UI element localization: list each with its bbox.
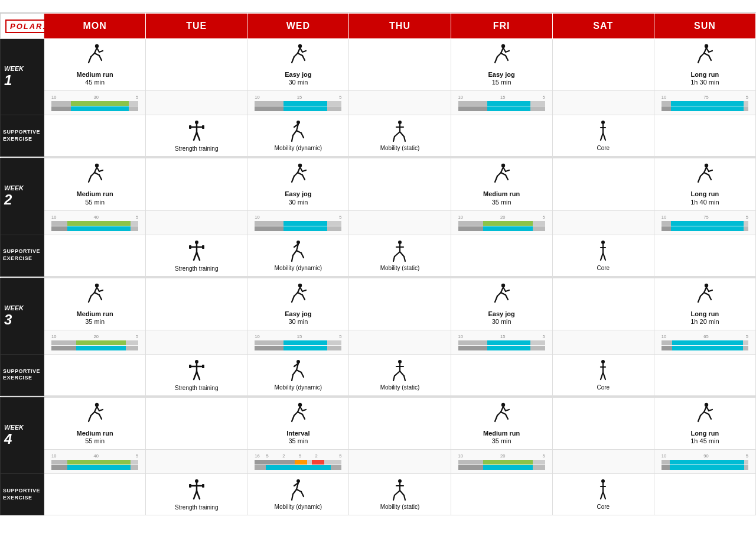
hr-cell-sat bbox=[552, 210, 654, 235]
run-cell-thu-empty bbox=[349, 39, 451, 91]
header bbox=[0, 0, 756, 13]
run-duration: 55 min bbox=[47, 199, 143, 206]
run-cell-tue-empty bbox=[146, 397, 247, 449]
svg-line-178 bbox=[94, 412, 99, 414]
support-cell-empty bbox=[451, 474, 552, 515]
svg-line-49 bbox=[400, 132, 404, 137]
run-duration: 55 min bbox=[47, 437, 143, 444]
svg-rect-94 bbox=[202, 245, 204, 249]
svg-line-196 bbox=[503, 407, 506, 411]
svg-line-133 bbox=[501, 287, 503, 293]
svg-line-202 bbox=[704, 412, 709, 414]
run-cell-sun: Long run 1h 20 min bbox=[654, 278, 755, 330]
svg-line-184 bbox=[294, 412, 298, 415]
strength-icon bbox=[188, 135, 206, 145]
support-cell-empty bbox=[654, 474, 755, 515]
svg-line-14 bbox=[300, 48, 302, 52]
support-label: Core bbox=[556, 265, 650, 271]
svg-line-217 bbox=[301, 492, 304, 496]
svg-line-13 bbox=[302, 56, 305, 60]
svg-line-22 bbox=[503, 48, 506, 52]
run-label: Easy jog bbox=[250, 310, 346, 318]
run-cell-mon: Medium run 35 min bbox=[44, 278, 146, 330]
hr-cell-tue bbox=[146, 330, 247, 354]
svg-line-17 bbox=[501, 48, 503, 53]
svg-line-57 bbox=[603, 133, 605, 140]
svg-line-78 bbox=[501, 173, 506, 175]
svg-rect-152 bbox=[202, 365, 204, 368]
support-cell-empty bbox=[451, 235, 552, 276]
svg-line-117 bbox=[94, 287, 97, 293]
svg-line-11 bbox=[292, 57, 294, 63]
svg-line-146 bbox=[706, 287, 709, 291]
runner-icon bbox=[47, 402, 143, 428]
runner-icon bbox=[454, 283, 550, 309]
svg-line-28 bbox=[704, 53, 709, 56]
hr-cell-thu bbox=[349, 450, 451, 474]
week-4-run-row: WEEK 4 Medium run 55 min Interval 35 min bbox=[1, 397, 756, 449]
svg-rect-35 bbox=[189, 125, 191, 129]
mobility-dynamic-icon bbox=[289, 134, 307, 144]
svg-line-127 bbox=[292, 296, 294, 302]
hr-cell-sat bbox=[552, 450, 654, 474]
svg-line-1 bbox=[94, 48, 97, 53]
svg-line-223 bbox=[400, 491, 404, 495]
run-duration: 30 min bbox=[454, 318, 550, 325]
svg-line-61 bbox=[89, 176, 91, 182]
run-label: Long run bbox=[657, 310, 753, 318]
col-wed: WED bbox=[247, 14, 349, 39]
svg-line-10 bbox=[294, 53, 298, 57]
hr-cell-sun: 10655 bbox=[654, 330, 755, 354]
week-label: WEEK 2 bbox=[1, 158, 44, 235]
run-cell-thu-empty bbox=[349, 397, 451, 449]
hr-cell-mon: 10205 bbox=[44, 330, 146, 354]
svg-line-41 bbox=[293, 131, 296, 135]
svg-line-120 bbox=[94, 293, 99, 295]
svg-line-107 bbox=[400, 252, 404, 256]
hr-cell-thu bbox=[349, 91, 451, 115]
run-duration: 35 min bbox=[47, 318, 143, 325]
support-label: Mobility (static) bbox=[353, 504, 447, 510]
svg-line-3 bbox=[89, 57, 91, 63]
hr-cell-tue bbox=[146, 450, 247, 474]
svg-line-193 bbox=[495, 415, 497, 421]
svg-line-80 bbox=[503, 167, 506, 171]
core-icon bbox=[596, 134, 610, 144]
svg-line-137 bbox=[506, 295, 508, 300]
svg-line-63 bbox=[99, 175, 102, 180]
svg-line-15 bbox=[302, 51, 306, 52]
run-cell-fri: Medium run 35 min bbox=[451, 397, 552, 449]
svg-line-81 bbox=[506, 170, 509, 171]
svg-line-141 bbox=[704, 287, 706, 293]
runner-icon bbox=[454, 44, 550, 69]
hr-cell-mon: 10405 bbox=[44, 450, 146, 474]
svg-line-172 bbox=[601, 372, 603, 379]
svg-line-88 bbox=[706, 167, 709, 171]
run-label: Easy jog bbox=[454, 70, 550, 79]
svg-line-84 bbox=[700, 173, 704, 176]
runner-icon bbox=[250, 44, 346, 69]
run-cell-wed: Interval 35 min bbox=[247, 397, 349, 449]
svg-line-173 bbox=[603, 372, 605, 379]
svg-line-89 bbox=[709, 170, 712, 171]
support-cell: Mobility (dynamic) bbox=[247, 115, 349, 157]
svg-line-69 bbox=[292, 176, 294, 182]
svg-line-62 bbox=[94, 173, 99, 175]
hr-cell-thu bbox=[349, 210, 451, 235]
support-row-label: SUPPORTIVEEXERCISE bbox=[1, 115, 44, 157]
svg-line-50 bbox=[393, 137, 395, 141]
run-cell-fri: Medium run 35 min bbox=[451, 158, 552, 210]
runner-icon bbox=[454, 163, 550, 189]
svg-line-147 bbox=[709, 290, 712, 291]
svg-line-85 bbox=[698, 176, 700, 182]
support-label: Core bbox=[556, 145, 650, 151]
svg-line-218 bbox=[292, 494, 293, 500]
run-cell-mon: Medium run 55 min bbox=[44, 158, 146, 210]
svg-line-222 bbox=[395, 491, 400, 495]
run-duration: 30 min bbox=[250, 79, 346, 86]
svg-line-108 bbox=[393, 256, 395, 261]
svg-line-187 bbox=[302, 414, 305, 419]
svg-line-121 bbox=[99, 295, 102, 300]
svg-line-135 bbox=[495, 296, 497, 302]
svg-line-123 bbox=[99, 290, 103, 291]
